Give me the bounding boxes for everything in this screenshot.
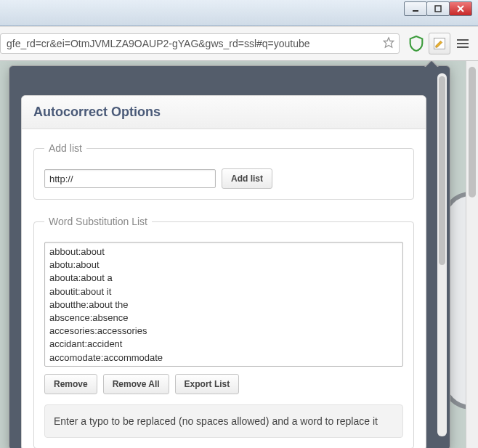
substitution-fieldset: Word Substitution List abbout:aboutabotu…	[33, 216, 414, 448]
browser-toolbar: gfe_rd=cr&ei=OtmJVMLZA9OAUP2-gYAG&gws_rd…	[0, 26, 478, 61]
autocorrect-extension-icon[interactable]	[429, 33, 450, 54]
list-item[interactable]: aboutthe:about the	[49, 298, 398, 311]
list-item[interactable]: accordingto:according to	[49, 364, 398, 367]
export-list-button[interactable]: Export List	[175, 374, 240, 394]
add-list-button[interactable]: Add list	[222, 168, 272, 189]
svg-marker-4	[384, 38, 393, 47]
add-list-fieldset: Add list Add list	[33, 142, 414, 200]
list-item[interactable]: accesories:accessories	[49, 325, 398, 338]
bookmark-star-icon[interactable]	[383, 37, 394, 51]
window-close-button[interactable]	[449, 1, 472, 16]
hamburger-icon	[457, 39, 469, 48]
page-title: Autocorrect Options	[33, 105, 414, 120]
list-item[interactable]: abscence:absence	[49, 311, 398, 325]
options-card: Autocorrect Options Add list Add list Wo…	[21, 95, 426, 448]
add-list-legend: Add list	[44, 142, 86, 154]
add-list-url-input[interactable]	[44, 169, 216, 188]
substitution-legend: Word Substitution List	[44, 216, 152, 227]
remove-all-button[interactable]: Remove All	[103, 374, 169, 394]
browser-menu-button[interactable]	[452, 33, 474, 54]
list-item[interactable]: accomodate:accommodate	[49, 351, 398, 364]
window-maximize-button[interactable]	[426, 1, 450, 16]
url-text: gfe_rd=cr&ei=OtmJVMLZA9OAUP2-gYAG&gws_rd…	[7, 38, 310, 49]
adblock-extension-icon[interactable]	[405, 33, 427, 54]
popup-arrow	[424, 61, 439, 67]
address-bar[interactable]: gfe_rd=cr&ei=OtmJVMLZA9OAUP2-gYAG&gws_rd…	[0, 33, 400, 54]
list-item[interactable]: aboutit:about it	[49, 285, 398, 298]
page-viewport: Autocorrect Options Add list Add list Wo…	[0, 61, 478, 448]
window-minimize-button[interactable]	[404, 1, 427, 16]
svg-rect-1	[435, 6, 441, 12]
list-item[interactable]: abotu:about	[49, 258, 398, 272]
popup-scrollbar[interactable]	[437, 73, 447, 436]
window-titlebar	[0, 0, 478, 26]
list-item[interactable]: accidant:accident	[49, 338, 398, 351]
list-item[interactable]: abouta:about a	[49, 272, 398, 285]
remove-button[interactable]: Remove	[44, 374, 97, 394]
page-scrollbar[interactable]	[466, 61, 478, 448]
list-item[interactable]: abbout:about	[49, 245, 398, 258]
hint-text: Enter a typo to be replaced (no spaces a…	[44, 404, 403, 438]
card-header: Autocorrect Options	[22, 96, 426, 129]
extension-popup: Autocorrect Options Add list Add list Wo…	[9, 65, 450, 448]
substitution-listbox[interactable]: abbout:aboutabotu:aboutabouta:about aabo…	[44, 242, 403, 367]
